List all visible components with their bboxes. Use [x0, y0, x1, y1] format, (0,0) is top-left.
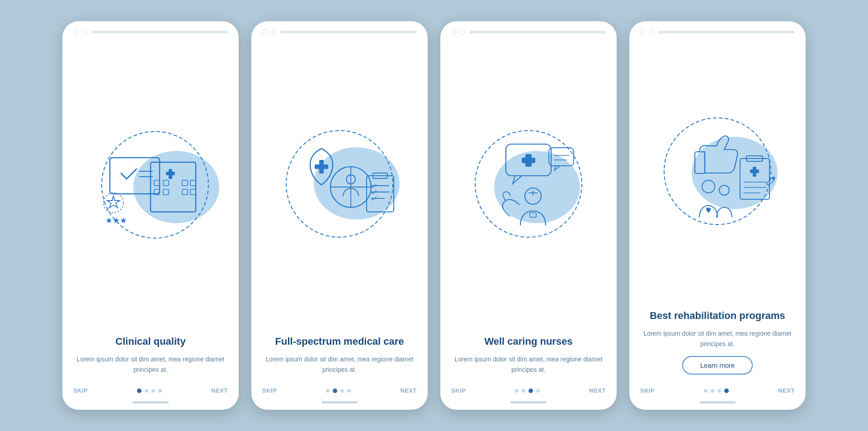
nurses-icon	[465, 126, 592, 248]
svg-text:★★★: ★★★	[105, 216, 127, 225]
status-line-3	[469, 31, 606, 33]
next-button-4[interactable]: NEXT	[778, 387, 795, 394]
screen-desc-4: Lorem ipsum dolor sit dim amet, mea regi…	[643, 328, 792, 349]
nav-bar-2: SKIP NEXT	[251, 382, 428, 398]
learn-more-button[interactable]: Learn more	[682, 356, 753, 375]
screen-title-4: Best rehabilitation programs	[650, 309, 785, 323]
status-line-2	[280, 31, 417, 33]
svg-point-42	[719, 185, 729, 195]
illus-wrapper-2	[272, 122, 407, 253]
top-bar-2	[251, 21, 428, 39]
dot-2-3	[522, 389, 525, 393]
dot-3-1	[151, 389, 155, 393]
top-bar-4	[629, 21, 806, 39]
content-area-2: Full-spectrum medical care Lorem ipsum d…	[251, 331, 428, 382]
svg-rect-11	[190, 189, 196, 195]
phone-screen-1: ★★★ Clinical quality Lorem ipsum dolor s…	[62, 21, 239, 410]
skip-button-4[interactable]: SKIP	[640, 387, 655, 394]
screen-title-2: Full-spectrum medical care	[275, 335, 404, 348]
screen-title-1: Clinical quality	[115, 335, 185, 348]
dot-4-1	[158, 389, 162, 393]
bottom-bar-2	[321, 401, 358, 403]
svg-rect-34	[549, 148, 574, 166]
content-area-1: Clinical quality Lorem ipsum dolor sit d…	[62, 331, 239, 382]
phone-screen-4: Best rehabilitation programs Lorem ipsum…	[629, 21, 806, 410]
status-circle-4b	[649, 29, 655, 35]
screen-desc-3: Lorem ipsum dolor sit dim amet, mea regi…	[454, 354, 603, 375]
status-circle-3a	[451, 29, 457, 35]
rehab-icon	[654, 113, 781, 235]
dot-2-1	[145, 389, 148, 393]
nav-dots-4	[704, 389, 729, 393]
bottom-bar-1	[132, 401, 169, 403]
screens-container: ★★★ Clinical quality Lorem ipsum dolor s…	[62, 21, 806, 410]
dot-1-4	[704, 389, 708, 393]
skip-button-3[interactable]: SKIP	[451, 387, 466, 394]
svg-rect-33	[522, 158, 535, 163]
svg-rect-40	[695, 152, 705, 173]
phone-screen-3: Well caring nurses Lorem ipsum dolor sit…	[440, 21, 617, 410]
skip-button-2[interactable]: SKIP	[262, 387, 277, 394]
illus-wrapper-3	[461, 122, 596, 253]
next-button-3[interactable]: NEXT	[589, 387, 606, 394]
bottom-bar-4	[699, 401, 736, 403]
svg-rect-5	[163, 180, 169, 186]
skip-button-1[interactable]: SKIP	[73, 387, 88, 394]
screen-desc-1: Lorem ipsum dolor sit dim amet, mea regi…	[76, 354, 225, 375]
svg-rect-1	[151, 162, 196, 212]
svg-rect-3	[166, 172, 175, 175]
svg-point-18	[286, 131, 393, 237]
dot-4-3	[536, 389, 540, 393]
dot-active-3	[528, 389, 533, 393]
svg-point-41	[702, 180, 715, 193]
top-bar-1	[62, 21, 239, 39]
nav-bar-1: SKIP NEXT	[62, 382, 239, 398]
dot-4-2	[347, 389, 351, 393]
dot-1-2	[326, 389, 330, 393]
dot-active-4	[724, 389, 729, 393]
illustration-area-3	[440, 39, 617, 331]
svg-rect-7	[190, 180, 196, 186]
illustration-area-2	[251, 39, 428, 331]
status-circle	[73, 29, 79, 35]
svg-point-30	[475, 131, 582, 237]
top-bar-3	[440, 21, 617, 39]
svg-rect-4	[154, 180, 160, 186]
nav-dots-3	[515, 389, 540, 393]
screen-title-3: Well caring nurses	[484, 335, 572, 348]
nav-dots-1	[137, 389, 162, 393]
nav-bar-4: SKIP NEXT	[629, 382, 806, 398]
screen-desc-2: Lorem ipsum dolor sit dim amet, mea regi…	[265, 354, 414, 375]
svg-rect-6	[182, 180, 188, 186]
phone-screen-2: Full-spectrum medical care Lorem ipsum d…	[251, 21, 428, 410]
svg-rect-46	[750, 169, 759, 173]
svg-marker-15	[107, 196, 120, 208]
status-circle-2a	[262, 29, 268, 35]
next-button-2[interactable]: NEXT	[400, 387, 417, 394]
illus-wrapper-1: ★★★	[83, 122, 218, 253]
bottom-bar-3	[510, 401, 547, 403]
nav-dots-2	[326, 389, 351, 393]
clinical-quality-icon: ★★★	[87, 126, 214, 248]
svg-rect-12	[110, 158, 160, 194]
next-button-1[interactable]: NEXT	[211, 387, 228, 394]
status-line-4	[658, 31, 795, 33]
dot-1-3	[515, 389, 519, 393]
status-circle-3b	[460, 29, 466, 35]
dot-3-4	[717, 389, 721, 393]
status-circle-4a	[640, 29, 646, 35]
svg-rect-38	[530, 213, 536, 217]
medical-care-icon	[276, 126, 403, 248]
svg-rect-10	[182, 189, 188, 195]
content-area-4: Best rehabilitation programs Lorem ipsum…	[629, 305, 806, 382]
content-area-3: Well caring nurses Lorem ipsum dolor sit…	[440, 331, 617, 382]
svg-rect-20	[315, 164, 328, 169]
status-circle-2	[82, 29, 88, 35]
illus-wrapper-4	[650, 109, 785, 240]
nav-bar-3: SKIP NEXT	[440, 382, 617, 398]
dot-active-1	[137, 389, 142, 393]
dot-2-4	[711, 389, 714, 393]
status-circle-2b	[271, 29, 277, 35]
svg-rect-9	[163, 189, 169, 195]
dot-3-2	[340, 389, 344, 393]
